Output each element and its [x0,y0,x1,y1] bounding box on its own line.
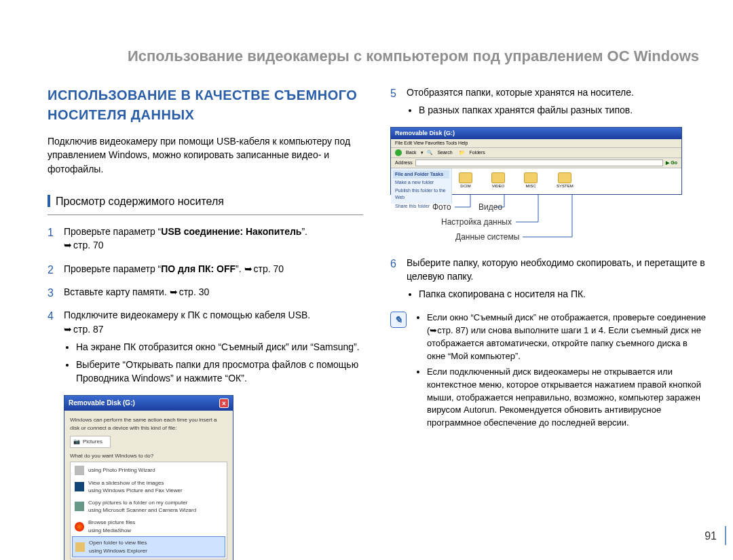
steps-left-list: 1 Проверьте параметр “USB соединение: На… [48,225,363,386]
callout-video: Видео [478,202,502,213]
left-column: ИСПОЛЬЗОВАНИЕ В КАЧЕСТВЕ СЪЕМНОГО НОСИТЕ… [48,86,363,560]
step-4-sub-bullets: На экране ПК отобразится окно “Съемный д… [64,340,363,386]
folder-icon [491,172,505,183]
step-6: 6 Выберите папку, которую необходимо ско… [390,256,706,301]
step-2: 2 Проверьте параметр “ПО для ПК: OFF”. с… [48,262,363,276]
explorer-address-bar: Address ▶ Go [391,158,681,168]
note-item: Если окно “Съемный диск” не отображается… [427,312,706,362]
step-4: 4 Подключите видеокамеру к ПК с помощью … [48,308,363,385]
steps-right-list: 5 Отобразятся папки, которые хранятся на… [390,86,706,117]
step-1: 1 Проверьте параметр “USB соединение: На… [48,225,363,253]
folder-icon [558,172,571,183]
step-text: Выберите папку, которую необходимо скопи… [407,257,705,282]
address-box [415,160,664,166]
intro-paragraph: Подключив видеокамеру при помощи USB-каб… [48,134,363,176]
step-text: Отобразятся папки, которые хранятся на н… [407,87,634,98]
steps-right-list-2: 6 Выберите папку, которую необходимо ско… [390,256,706,301]
step-number: 1 [48,225,54,240]
step-3: 3 Вставьте карту памяти. стр. 30 [48,285,363,299]
page-ref: стр. 87 [64,324,104,335]
callout-settings: Настройка данных [441,217,512,228]
callout-lines: Фото Видео Настройка данных Данные систе… [390,195,706,256]
bullet: Папка скопирована с носителя на ПК. [419,287,706,301]
autoplay-dialog-image: Removable Disk (G:) × Windows can perfor… [64,395,233,560]
autoplay-title: Removable Disk (G:) [69,398,135,409]
step-text: Проверьте параметр “ПО для ПК: OFF”. стр… [64,263,284,274]
autoplay-option-browse: Browse picture filesusing MediaShow [72,517,225,536]
go-button: ▶ Go [666,160,677,166]
bullet: На экране ПК отобразится окно “Съемный д… [76,340,363,354]
autoplay-option-print: using Photo Printing Wizard [72,464,225,477]
explorer-menubar: File Edit View Favorites Tools Help [391,139,681,148]
right-column: 5 Отобразятся папки, которые хранятся на… [390,86,706,560]
bullet: Выберите “Открывать папки для просмотра … [76,358,363,386]
step-number: 6 [390,256,396,272]
subheading: Просмотр содержимого носителя [56,193,224,209]
step-text: Подключите видеокамеру к ПК с помощью ка… [64,310,310,320]
note-item: Если подключенный диск видеокамеры не от… [427,366,706,430]
autoplay-prompt: What do you want Windows to do? [70,452,227,460]
bullet: В разных папках хранятся файлы разных ти… [419,103,706,117]
step-number: 5 [390,86,396,101]
subheading-row: Просмотр содержимого носителя [48,189,363,215]
note-box: ✎ Если окно “Съемный диск” не отображает… [390,312,706,432]
autoplay-hint: Windows can perform the same action each… [70,416,227,432]
autoplay-option-copy: Copy pictures to a folder on my computer… [72,497,225,517]
note-list: Если окно “Съемный диск” не отображается… [415,312,706,432]
autoplay-titlebar: Removable Disk (G:) × [64,396,233,411]
subheading-bar [48,195,50,207]
folder-icon [459,172,472,183]
autoplay-option-slideshow: View a slideshow of the imagesusing Wind… [72,477,225,497]
note-icon: ✎ [390,312,407,328]
step-number: 2 [48,262,54,278]
callout-photo: Фото [432,202,451,213]
close-icon: × [219,398,229,408]
explorer-window-image: Removable Disk (G:) File Edit View Favor… [390,127,682,195]
autoplay-option-open-folder: Open folder to view filesusing Windows E… [72,536,225,557]
page-header-title: Использование видеокамеры с компьютером … [48,0,706,72]
explorer-title: Removable Disk (G:) [391,128,681,139]
explorer-toolbar: Back ▾ 🔍 Search 📁 Folders [391,148,681,158]
step-5: 5 Отобразятся папки, которые хранятся на… [390,86,706,117]
back-icon [395,149,402,156]
step-text: Вставьте карту памяти. стр. 30 [64,286,209,297]
callout-system: Данные системы [455,231,519,243]
folder-icon [524,172,538,183]
step-number: 4 [48,308,54,324]
page-number: 91 [704,530,717,542]
autoplay-pictures-row: 📷 Pictures [70,436,111,448]
step-number: 3 [48,285,54,301]
page-ref: стр. 70 [64,240,104,250]
step-text: Проверьте параметр “USB соединение: Нако… [64,226,307,237]
section-title: ИСПОЛЬЗОВАНИЕ В КАЧЕСТВЕ СЪЕМНОГО НОСИТЕ… [48,86,363,125]
